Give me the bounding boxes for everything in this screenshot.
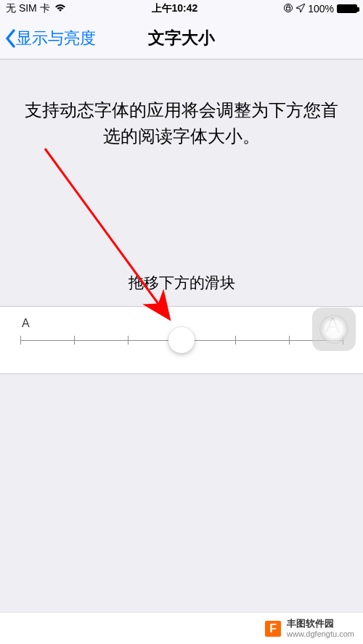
slider-instruction: 拖移下方的滑块	[0, 273, 363, 293]
carrier-label: 无 SIM 卡	[6, 2, 50, 15]
battery-icon	[337, 4, 357, 13]
preview-text: 支持动态字体的应用将会调整为下方您首选的阅读字体大小。	[17, 97, 346, 149]
assistive-touch-icon	[319, 315, 348, 344]
text-size-slider-row: A A	[0, 306, 363, 374]
watermark-footer: F 丰图软件园 www.dgfengtu.com	[0, 612, 363, 644]
slider-tick	[128, 336, 129, 344]
nav-bar: 显示与亮度 文字大小	[0, 17, 363, 59]
watermark-logo: F	[265, 621, 281, 637]
text-size-slider[interactable]	[20, 329, 343, 352]
status-time: 上午10:42	[152, 2, 198, 15]
slider-tick	[74, 336, 75, 344]
watermark-title: 丰图软件园	[287, 619, 354, 629]
chevron-left-icon	[4, 28, 16, 49]
status-bar: 无 SIM 卡 上午10:42 100%	[0, 0, 363, 17]
status-left: 无 SIM 卡	[6, 2, 66, 15]
preview-area: 支持动态字体的应用将会调整为下方您首选的阅读字体大小。	[0, 59, 363, 149]
slider-tick	[289, 336, 290, 344]
rotation-lock-icon	[283, 3, 293, 15]
assistive-touch-button[interactable]	[312, 307, 356, 351]
wifi-icon	[54, 3, 66, 15]
location-icon	[296, 3, 305, 15]
slider-thumb[interactable]	[168, 327, 195, 353]
slider-tick	[20, 336, 21, 344]
slider-tick	[235, 336, 236, 344]
back-button[interactable]: 显示与亮度	[0, 28, 96, 49]
back-label: 显示与亮度	[16, 28, 96, 49]
status-right: 100%	[283, 3, 357, 15]
watermark-url: www.dgfengtu.com	[287, 629, 354, 638]
watermark-text: 丰图软件园 www.dgfengtu.com	[287, 619, 354, 637]
battery-percent: 100%	[308, 3, 334, 15]
